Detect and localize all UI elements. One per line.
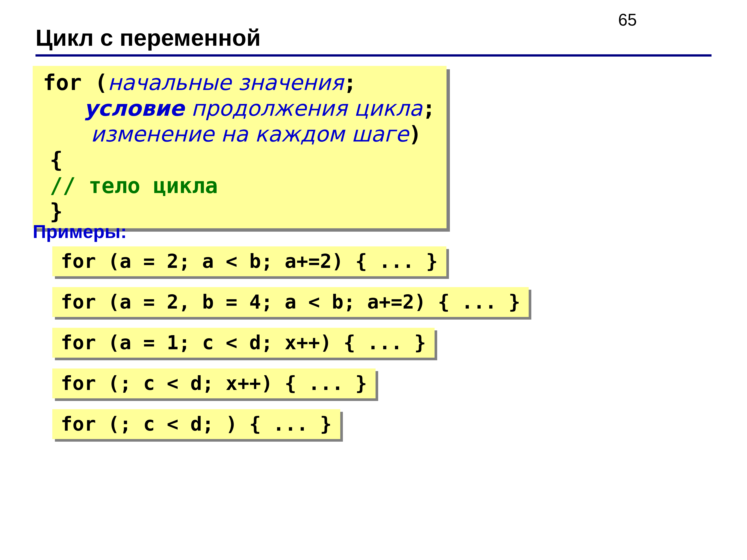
example-row: for (a = 2; a < b; a+=2) { ... } — [52, 246, 446, 276]
semi1: ; — [343, 70, 356, 95]
slide: 65 Цикл с переменной for (начальные знач… — [0, 0, 747, 560]
rbrace: } — [50, 199, 63, 224]
page-number: 65 — [618, 10, 637, 29]
step-text: изменение на каждом шаге — [91, 122, 409, 146]
example-row: for (; c < d; x++) { ... } — [52, 369, 376, 398]
lbrace: { — [50, 147, 63, 172]
init-text: начальные значения — [108, 70, 343, 95]
example-row: for (a = 2, b = 4; a < b; a+=2) { ... } — [52, 287, 529, 317]
lparen: ( — [95, 70, 108, 95]
comment-line: // тело цикла — [50, 173, 218, 198]
kw-for: for — [43, 70, 95, 95]
cond-rest: продолжения цикла — [184, 96, 422, 121]
example-row: for (; c < d; ) { ... } — [52, 409, 340, 439]
rparen: ) — [409, 122, 421, 146]
example-row: for (a = 1; c < d; x++) { ... } — [52, 328, 435, 358]
cond-bold: условие — [84, 96, 184, 121]
syntax-box: for (начальные значения; условие продолж… — [33, 66, 446, 228]
examples-wrap: for (a = 2; a < b; a+=2) { ... } for (a … — [52, 246, 712, 450]
title-rule — [35, 54, 712, 57]
slide-title: Цикл с переменной — [35, 24, 712, 51]
semi2: ; — [422, 96, 435, 121]
